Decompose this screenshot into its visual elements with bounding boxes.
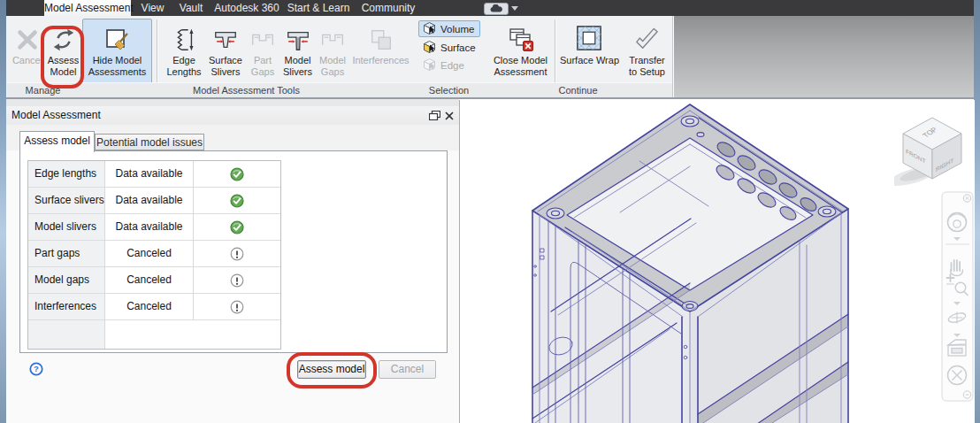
cancel-button-panel[interactable]: Cancel [379,360,436,379]
tab-autodesk-360[interactable]: Autodesk 360 [214,0,279,16]
navigation-bar[interactable] [938,189,977,411]
transfer-to-setup-button[interactable]: Transferto Setup [623,19,671,85]
selection-volume-button[interactable]: Volume [418,20,480,37]
table-row[interactable]: Part gaps Canceled [28,241,280,267]
interferences-button[interactable]: Interferences [348,19,413,85]
tab-view[interactable]: View [137,0,168,16]
ribbon-group-selection: Volume Surface E [414,16,485,98]
model-gaps-button[interactable]: ModelGaps [316,19,349,85]
tab-model-assessment[interactable]: Model Assessment [44,0,131,16]
selection-edge-button[interactable]: Edge [418,57,480,73]
table-row[interactable]: Edge lengths Data available [28,161,280,188]
view-cube[interactable]: TOP FRONT RIGHT [894,111,974,186]
chevron-down-icon[interactable] [511,6,518,11]
close-window-red-x-icon [489,19,552,53]
model-slivers-icon [279,19,317,53]
tab-community[interactable]: Community [359,0,417,16]
ribbon-group-label-manage: Manage [7,82,79,98]
assess-model-button[interactable]: AssessModel [46,19,80,85]
assess-model-button-panel[interactable]: Assess model [297,360,366,379]
model-slivers-button[interactable]: ModelSlivers [278,19,318,85]
surface-slivers-icon [205,19,246,53]
table-row[interactable]: Model slivers Data available [28,214,280,241]
surface-slivers-button[interactable]: SurfaceSlivers [204,19,247,85]
svg-text:?: ? [34,364,39,373]
edge-lengths-button[interactable]: EdgeLengths [163,19,205,85]
hide-model-assessments-button[interactable]: Hide ModelAssessments [82,19,152,85]
edge-cube-icon [422,57,437,73]
window-border-left [0,0,6,423]
ribbon-group-continue: Close ModelAssessment Surface Wrap [484,16,673,98]
edge-lengths-icon [164,19,204,53]
checkmark-icon [624,19,670,53]
ribbon-empty-area [672,16,974,97]
tab-start-and-learn[interactable]: Start & Learn [285,0,352,16]
float-icon[interactable] [428,110,440,121]
status-ok-icon [194,188,280,214]
cancel-x-icon [10,19,45,53]
model-viewport[interactable]: TOP FRONT RIGHT [459,100,975,423]
assessment-table: Edge lengths Data available Surface sliv… [27,160,281,350]
selection-surface-button[interactable]: Surface [418,39,480,56]
table-row[interactable]: Surface slivers Data available [28,188,280,214]
status-warning-icon [194,294,280,320]
part-gaps-icon [247,19,279,53]
ribbon-group-model-assessment-tools: Hide ModelAssessments EdgeLengths [79,16,415,98]
tab-assess-model[interactable]: Assess model [19,131,95,152]
assess-refresh-icon [47,19,80,53]
volume-cube-icon [422,20,437,37]
cloud-icon[interactable] [484,3,509,15]
model-gaps-icon [317,19,348,53]
table-row[interactable]: Interferences Canceled [28,294,280,320]
table-empty-row [28,320,105,349]
close-icon[interactable] [443,110,456,121]
assess-model-tab-content: Edge lengths Data available Surface sliv… [19,150,448,353]
gap-strip [6,99,459,106]
ribbon-tab-bar: Model Assessment View Vault Autodesk 360… [6,0,974,16]
ribbon-group-label-continue: Continue [484,82,672,98]
help-icon[interactable]: ? [29,362,43,376]
ribbon-group-manage: Cancel AssessModel Manage [7,16,80,98]
cancel-button[interactable]: Cancel [9,19,46,85]
part-gaps-button[interactable]: PartGaps [246,19,279,85]
ribbon-group-label-selection: Selection [414,82,484,98]
panel-title-bar[interactable]: Model Assessment [6,106,459,126]
surface-wrap-icon [559,19,620,53]
status-ok-icon [194,214,280,241]
application-window: Model Assessment View Vault Autodesk 360… [0,0,980,423]
close-model-assessment-button[interactable]: Close ModelAssessment [488,19,553,85]
table-row[interactable]: Model gaps Canceled [28,267,280,294]
panel-title: Model Assessment [11,106,101,125]
surface-cube-icon [422,39,437,56]
tab-potential-model-issues[interactable]: Potential model issues [95,134,204,150]
hide-assessments-broom-icon [83,19,151,53]
status-warning-icon [194,241,280,267]
surface-wrap-button[interactable]: Surface Wrap [558,19,621,85]
ribbon-group-label-tools: Model Assessment Tools [79,82,414,98]
tab-vault[interactable]: Vault [173,0,209,16]
interferences-icon [349,19,412,53]
status-ok-icon [194,161,280,188]
model-assessment-panel: Model Assessment Potential model issues … [6,106,459,423]
status-warning-icon [194,267,280,294]
